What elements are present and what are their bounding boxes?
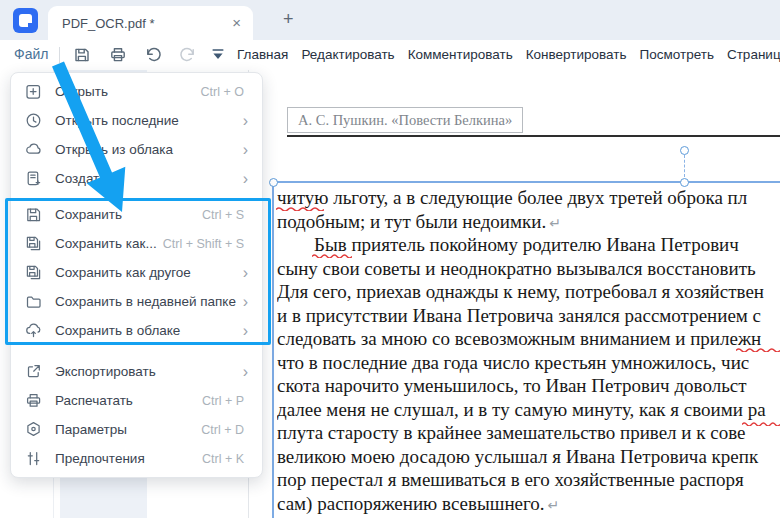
menu-item-open-recent[interactable]: Открыть последние › xyxy=(11,106,262,135)
new-document-icon xyxy=(24,169,43,188)
spellcheck-underline xyxy=(742,420,780,426)
export-icon xyxy=(24,362,43,381)
toolbar-separator xyxy=(59,47,60,63)
new-tab-button[interactable]: + xyxy=(283,9,294,29)
paragraph-mark-icon: ↵ xyxy=(548,498,560,513)
text-line: Быв приятель покойному родителю Ивана Пе… xyxy=(277,233,780,257)
save-icon xyxy=(72,45,92,65)
sliders-icon xyxy=(24,449,43,468)
menu-item-open-cloud[interactable]: Открыть из облака › xyxy=(11,135,262,164)
collapse-toolbar-button[interactable] xyxy=(208,45,228,65)
selection-rotate-handle[interactable] xyxy=(680,146,689,155)
text-line-content: плута старосту в крайнее замешательство … xyxy=(277,422,745,443)
ribbon-tab-page[interactable]: Страница xyxy=(727,47,780,62)
text-line-content: далее меня не слушал, и в ту самую минут… xyxy=(277,399,766,420)
document-tab[interactable]: PDF_OCR.pdf * × xyxy=(48,6,253,40)
undo-icon xyxy=(143,45,163,65)
text-line: пор перестал я вмешиваться в его хозяйст… xyxy=(277,468,780,492)
menu-item-label: Предпочтения xyxy=(55,451,202,466)
tab-title: PDF_OCR.pdf * xyxy=(62,16,154,31)
text-line: следовать за мною со всевозможным вниман… xyxy=(277,327,780,351)
menu-item-label: Экспортировать xyxy=(55,364,243,379)
ribbon-tab-home[interactable]: Главная xyxy=(237,47,288,62)
menu-shortcut: Ctrl + O xyxy=(201,85,244,99)
menu-shortcut: Ctrl + D xyxy=(201,423,244,437)
printer-icon xyxy=(24,391,43,410)
selection-top-edge[interactable] xyxy=(273,181,780,183)
text-line-content: Для сего, приехав однажды к нему, потреб… xyxy=(277,281,764,302)
ribbon-tab-view[interactable]: Посмотреть xyxy=(640,47,714,62)
file-menu-button[interactable]: Файл xyxy=(14,46,48,62)
text-line-content: подобным; и тут были недоимки. xyxy=(277,211,546,232)
text-line-content: сыну свои советы и неоднократно вызывалс… xyxy=(277,258,756,279)
print-button[interactable] xyxy=(108,45,128,65)
ribbon-tab-edit[interactable]: Редактировать xyxy=(301,47,394,62)
close-icon[interactable]: × xyxy=(232,14,241,32)
spellcheck-underline xyxy=(736,346,780,352)
text-line-content: и в присутствии Ивана Петровича занялся … xyxy=(277,305,761,326)
spellcheck-underline xyxy=(312,252,352,258)
menu-shortcut: Ctrl + K xyxy=(202,452,244,466)
spellcheck-underline xyxy=(276,205,324,211)
selection-connector xyxy=(684,155,685,177)
menu-item-label: Открыть из облака xyxy=(55,142,243,157)
text-line: что в последние два года число крестьян … xyxy=(277,351,780,375)
menu-item-open[interactable]: Открыть Ctrl + O xyxy=(11,77,262,106)
text-line: подобным; и тут были недоимки.↵ xyxy=(277,210,780,234)
text-line-content: Быв приятель покойному родителю Ивана Пе… xyxy=(314,234,739,255)
text-line: скота нарочито уменьшилось, то Иван Петр… xyxy=(277,374,780,398)
ribbon-tabs: Главная Редактировать Комментировать Кон… xyxy=(237,47,780,62)
text-line-content: что в последние два года число крестьян … xyxy=(277,352,749,373)
menu-item-label: Распечатать xyxy=(55,393,202,408)
save-button[interactable] xyxy=(72,45,92,65)
text-line: сыну свои советы и неоднократно вызывалс… xyxy=(277,257,780,281)
menu-item-label: Параметры xyxy=(55,422,201,437)
cloud-icon xyxy=(24,140,43,159)
text-line: великою моею досадою услышал я Ивана Пет… xyxy=(277,445,780,469)
chevron-right-icon: › xyxy=(243,113,248,129)
menu-item-print[interactable]: Распечатать Ctrl + P xyxy=(11,386,262,415)
document-text-block[interactable]: читую льготу, а в следующие более двух т… xyxy=(277,186,780,518)
redo-button[interactable] xyxy=(178,45,198,65)
collapse-toolbar-icon xyxy=(208,45,228,65)
text-line-content: великою моею досадою услышал я Ивана Пет… xyxy=(277,446,758,467)
text-line: сам) распоряжению всевышнего.↵ xyxy=(277,492,780,516)
redo-icon xyxy=(178,45,198,65)
menu-item-label: Открыть последние xyxy=(55,113,243,128)
settings-hexagon-icon xyxy=(24,420,43,439)
chevron-right-icon: › xyxy=(243,171,248,187)
page-header-text: А. С. Пушкин. «Повести Белкина» xyxy=(298,112,512,129)
text-line: плута старосту в крайнее замешательство … xyxy=(277,421,780,445)
chevron-right-icon: › xyxy=(243,364,248,380)
menu-item-options[interactable]: Параметры Ctrl + D xyxy=(11,415,262,444)
printer-icon xyxy=(108,45,128,65)
pdfelement-logo-icon[interactable] xyxy=(13,8,38,33)
logo-notch xyxy=(28,23,35,30)
paragraph-mark-icon: ↵ xyxy=(549,216,561,231)
annotation-highlight-rect xyxy=(5,198,271,345)
text-line: и в присутствии Ивана Петровича занялся … xyxy=(277,304,780,328)
text-line-content: сам) распоряжению всевышнего. xyxy=(277,493,545,514)
toolbar: Файл Гла xyxy=(0,40,780,70)
open-file-icon xyxy=(24,82,43,101)
menu-item-label: Открыть xyxy=(55,84,201,99)
text-line-content: пор перестал я вмешиваться в его хозяйст… xyxy=(277,469,744,490)
selection-left-edge[interactable] xyxy=(272,181,274,518)
ribbon-tab-comment[interactable]: Комментировать xyxy=(408,47,513,62)
menu-item-export[interactable]: Экспортировать › xyxy=(11,357,262,386)
ribbon-tab-convert[interactable]: Конвертировать xyxy=(526,47,627,62)
menu-item-create[interactable]: Создать › xyxy=(11,164,262,193)
clock-icon xyxy=(24,111,43,130)
text-line-content: читую льготу, а в следующие более двух т… xyxy=(277,187,747,208)
text-line: читую льготу, а в следующие более двух т… xyxy=(277,186,780,210)
text-line-content: следовать за мною со всевозможным вниман… xyxy=(277,328,761,349)
page-header-box[interactable]: А. С. Пушкин. «Повести Белкина» xyxy=(287,107,523,133)
menu-item-preferences[interactable]: Предпочтения Ctrl + K xyxy=(11,444,262,473)
text-line-content: скота нарочито уменьшилось, то Иван Петр… xyxy=(277,375,747,396)
page-header-rule xyxy=(287,135,780,137)
chevron-right-icon: › xyxy=(243,142,248,158)
tab-bar: PDF_OCR.pdf * × + xyxy=(0,0,780,40)
undo-button[interactable] xyxy=(143,45,163,65)
text-line: далее меня не слушал, и в ту самую минут… xyxy=(277,398,780,422)
text-line: Для сего, приехав однажды к нему, потреб… xyxy=(277,280,780,304)
